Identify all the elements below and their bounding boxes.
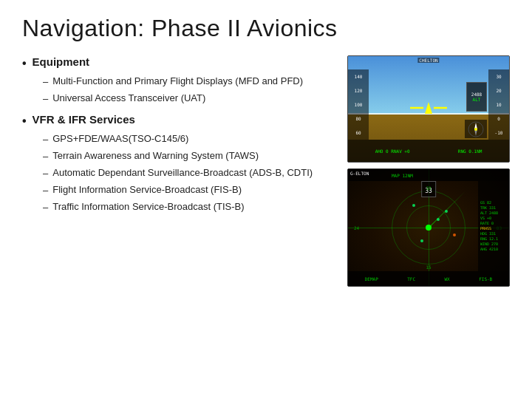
side-text: AHG 4210 — [480, 247, 498, 252]
compass-rose — [466, 121, 485, 137]
dash-icon-5: – — [43, 167, 48, 181]
list-item: – Automatic Dependant Surveillance-Broad… — [43, 166, 332, 181]
list-item: – Traffic Information Service-Broadcast … — [43, 200, 332, 215]
pfd-brand: CHELTON — [417, 58, 439, 63]
alt-value: 2488 — [471, 92, 482, 97]
mfd-bottom-bar: DEMAP TFC WX FIS-B — [348, 271, 509, 286]
pfd-scale-left: 140 120 100 80 60 — [348, 69, 369, 140]
vfr-header: • VFR & IFR Services — [22, 113, 332, 129]
pfd-display: CHELTON 270 280 290 300 310 320 330 140 … — [347, 55, 510, 163]
dash-icon-3: – — [43, 133, 48, 147]
scale-num: 60 — [355, 130, 361, 135]
side-text: GS 82 — [480, 200, 498, 205]
side-text: HDG 331 — [480, 231, 498, 236]
vfr-label: VFR & IFR Services — [33, 113, 135, 126]
mfd-mode: MAP 12NM — [392, 173, 413, 178]
compass-s: 15 — [426, 265, 431, 270]
vfr-item-1: GPS+FDE/WAAS(TSO-C145/6) — [52, 132, 332, 146]
list-item: – Flight Information Service-Broadcast (… — [43, 183, 332, 198]
scale-num: 0 — [497, 116, 500, 121]
equipment-item-2: Universal Access Transceiver (UAT) — [52, 92, 332, 106]
svg-marker-2 — [425, 102, 432, 114]
svg-point-6 — [474, 128, 477, 131]
mfd-side-info: GS 82 TRK 331 ALT 2488 VS +0 RATE 0 PRHS… — [480, 200, 498, 252]
bullet-dot-1: • — [22, 56, 27, 72]
side-text: RNG 12.1 — [480, 236, 498, 242]
mfd-side-panel: GS 82 TRK 331 ALT 2488 VS +0 RATE 0 PRHS… — [478, 181, 509, 271]
scale-num: 30 — [496, 74, 501, 79]
side-text: WIND 270 — [480, 242, 498, 247]
mfd-image: 33 33 03 15 24 G-ELTON MAP 12NM — [347, 168, 510, 287]
dash-icon-4: – — [43, 150, 48, 164]
scale-num: 140 — [355, 74, 363, 79]
side-text: VS +0 — [480, 216, 498, 221]
pfd-scale-right: 30 20 10 0 -10 — [488, 69, 509, 140]
vfr-item-5: Traffic Information Service-Broadcast (T… — [52, 200, 332, 214]
content-area: • Equipment – Multi-Function and Primary… — [22, 55, 510, 384]
scale-num: 20 — [496, 88, 501, 93]
dash-icon-2: – — [43, 92, 48, 106]
equipment-items: – Multi-Function and Primary Flight Disp… — [43, 75, 332, 106]
equipment-section: • Equipment – Multi-Function and Primary… — [22, 55, 332, 106]
mfd-brand-text: G-ELTON — [350, 171, 369, 176]
equipment-item-1: Multi-Function and Primary Flight Displa… — [52, 75, 332, 89]
compass-w: 24 — [354, 225, 359, 231]
list-item: – GPS+FDE/WAAS(TSO-C145/6) — [43, 132, 332, 147]
scale-num: 80 — [355, 116, 361, 121]
list-item: – Multi-Function and Primary Flight Disp… — [43, 75, 332, 89]
mfd-btn-1: DEMAP — [365, 276, 378, 282]
page: Navigation: Phase II Avionics • Equipmen… — [0, 0, 532, 399]
list-item: – Terrain Awareness and Warning System (… — [43, 149, 332, 164]
vfr-items: – GPS+FDE/WAAS(TSO-C145/6) – Terrain Awa… — [43, 132, 332, 214]
page-title: Navigation: Phase II Avionics — [22, 15, 510, 42]
mfd-top-bar: G-ELTON MAP 12NM — [348, 169, 509, 181]
bullet-dot-2: • — [22, 114, 27, 129]
vfr-item-3: Automatic Dependant Surveillance-Broadca… — [52, 166, 332, 180]
side-text: PRHSS — [480, 226, 498, 231]
vfr-section: • VFR & IFR Services – GPS+FDE/WAAS(TSO-… — [22, 113, 332, 214]
equipment-label: Equipment — [33, 55, 90, 68]
mfd-btn-4: FIS-B — [479, 276, 492, 282]
images-column: CHELTON 270 280 290 300 310 320 330 140 … — [347, 55, 510, 384]
dash-icon-1: – — [43, 75, 48, 89]
text-column: • Equipment – Multi-Function and Primary… — [22, 55, 332, 384]
scale-num: -10 — [495, 130, 503, 135]
mfd-btn-3: WX — [445, 276, 450, 282]
compass-n: 33 — [426, 185, 431, 191]
side-text: RATE 0 — [480, 221, 498, 226]
alt-label: ALT — [473, 97, 481, 102]
pfd-image: CHELTON 270 280 290 300 310 320 330 140 … — [347, 55, 510, 163]
scale-num: 10 — [496, 102, 501, 107]
scale-num: 100 — [355, 102, 363, 107]
scale-num: 120 — [355, 88, 363, 93]
side-text: TRK 331 — [480, 205, 498, 211]
vfr-item-2: Terrain Awareness and Warning System (TA… — [52, 149, 332, 163]
pfd-bottom-item: AHO 0 RNAV +0 — [375, 149, 410, 154]
mfd-nav-blip — [453, 233, 456, 236]
pfd-altimeter: 2488 ALT — [466, 82, 487, 112]
side-text: ALT 2488 — [480, 211, 498, 216]
mfd-blip — [420, 239, 423, 242]
pfd-bottom-bar: AHO 0 RNAV +0 RNG 0.1NM — [348, 140, 509, 162]
equipment-header: • Equipment — [22, 55, 332, 72]
mfd-btn-2: TFC — [407, 276, 415, 282]
pfd-bottom-item: RNG 0.1NM — [458, 149, 482, 154]
nav-box — [465, 120, 487, 138]
list-item: – Universal Access Transceiver (UAT) — [43, 92, 332, 106]
dash-icon-7: – — [43, 201, 48, 215]
mfd-display: 33 33 03 15 24 G-ELTON MAP 12NM — [347, 168, 510, 287]
dash-icon-6: – — [43, 184, 48, 198]
attitude-indicator — [410, 102, 447, 114]
vfr-item-4: Flight Information Service-Broadcast (FI… — [52, 183, 332, 197]
